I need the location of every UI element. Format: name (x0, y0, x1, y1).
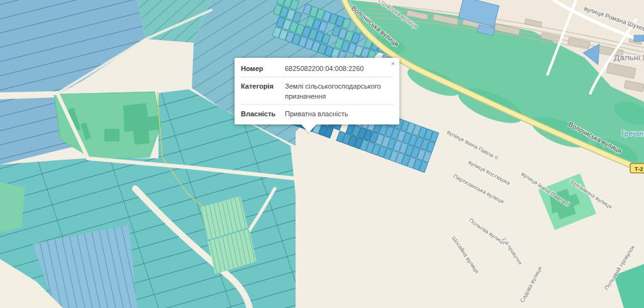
popup-value-number: 6825082200:04:008:2260 (285, 63, 393, 74)
green-patch (0, 182, 25, 233)
road-shield: Т-2 (630, 163, 644, 173)
popup-pointer (301, 124, 316, 133)
popup-label-number: Номер (241, 63, 281, 74)
popup-label-category: Категорія (241, 81, 281, 101)
parcel-info-popup: × Номер 6825082200:04:008:2260 Категорія… (235, 58, 399, 124)
popup-value-ownership: Приватна власність (285, 109, 393, 119)
popup-close-button[interactable]: × (390, 59, 396, 69)
svg-text:Т-2: Т-2 (635, 166, 643, 172)
map-svg[interactable]: Т-2Волочиська вулицяВолочиська вулицястр… (0, 0, 644, 308)
map-viewport[interactable]: Т-2Волочиська вулицяВолочиська вулицястр… (0, 0, 644, 308)
popup-value-category: Землі сільськогосподарського призначення (285, 81, 393, 101)
street-label: Дальні Гречани (614, 53, 644, 62)
street-label: Гречани (621, 129, 644, 137)
popup-row-category: Категорія Землі сільськогосподарського п… (241, 77, 393, 105)
popup-label-ownership: Власність (241, 109, 281, 119)
popup-row-number: Номер 6825082200:04:008:2260 (241, 60, 393, 77)
popup-rows: Номер 6825082200:04:008:2260 Категорія З… (241, 60, 393, 122)
popup-row-ownership: Власність Приватна власність (241, 105, 393, 122)
